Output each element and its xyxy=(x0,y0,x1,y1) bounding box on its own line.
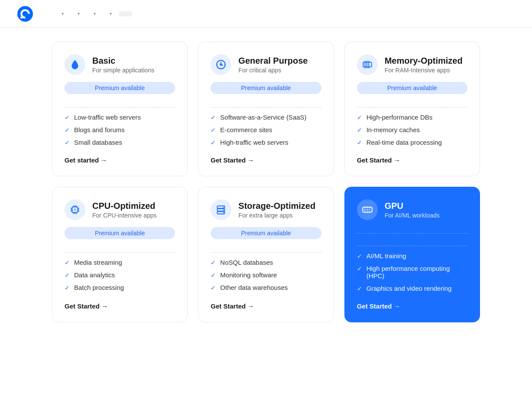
feature-text: Monitoring software xyxy=(220,271,277,279)
feature-text: Software-as-a-Service (SaaS) xyxy=(220,114,306,121)
check-icon: ✓ xyxy=(65,127,70,133)
feature-text: AI/ML training xyxy=(367,252,406,260)
check-icon: ✓ xyxy=(211,272,216,279)
card-header: CPU-Optimized For CPU-intensive apps xyxy=(65,199,175,220)
premium-badge: Premium available xyxy=(357,82,467,94)
logo-icon xyxy=(17,6,33,22)
feature-item: ✓ Small databases xyxy=(65,139,175,146)
get-started-link[interactable]: Get started → xyxy=(65,156,175,164)
feature-list: ✓ Software-as-a-Service (SaaS) ✓ E-comme… xyxy=(211,114,321,146)
card-header: GPU For AI/ML workloads xyxy=(357,199,467,220)
card-subtitle: For extra large apps xyxy=(238,212,315,219)
card-title: CPU-Optimized xyxy=(92,201,157,211)
feature-text: High-performance DBs xyxy=(367,114,433,121)
card-title: GPU xyxy=(385,201,440,211)
nav-pricing[interactable] xyxy=(119,11,133,16)
svg-rect-29 xyxy=(369,209,370,211)
chevron-icon: ▾ xyxy=(78,11,80,16)
check-icon: ✓ xyxy=(211,259,216,266)
get-started-link[interactable]: Get Started → xyxy=(357,156,467,164)
feature-item: ✓ Other data warehouses xyxy=(211,284,321,291)
feature-text: NoSQL databases xyxy=(220,259,273,266)
nav-solutions[interactable]: ▾ xyxy=(71,8,85,19)
features-divider xyxy=(357,107,467,107)
check-icon: ✓ xyxy=(211,284,216,291)
card-icon-gpu xyxy=(357,199,378,220)
feature-text: E-commerce sites xyxy=(220,126,272,133)
card-basic: Basic For simple applications Premium av… xyxy=(52,42,188,176)
feature-item: ✓ High-traffic web servers xyxy=(211,139,321,146)
svg-rect-8 xyxy=(363,62,372,67)
check-icon: ✓ xyxy=(65,272,70,279)
feature-text: Graphics and video rendering xyxy=(367,285,452,292)
check-icon: ✓ xyxy=(211,114,216,121)
card-subtitle: For RAM-Intensive apps xyxy=(385,67,463,74)
svg-point-0 xyxy=(17,6,33,22)
feature-item: ✓ High-performance DBs xyxy=(357,114,467,121)
card-gpu: GPU For AI/ML workloads ✓ AI/ML training… xyxy=(344,187,480,322)
nav-links: ▾ ▾ ▾ ▾ xyxy=(55,8,515,19)
features-divider xyxy=(211,252,321,253)
card-title: General Purpose xyxy=(238,56,308,66)
feature-list: ✓ AI/ML training ✓ High performance comp… xyxy=(357,252,467,292)
get-started-link[interactable]: Get Started → xyxy=(211,156,321,164)
card-subtitle: For critical apps xyxy=(238,67,308,74)
svg-rect-19 xyxy=(74,208,77,211)
card-header: Memory-Optimized For RAM-Intensive apps xyxy=(357,54,467,75)
card-header: Storage-Optimized For extra large apps xyxy=(211,199,321,220)
cards-grid: Basic For simple applications Premium av… xyxy=(52,42,480,322)
nav-partners[interactable]: ▾ xyxy=(103,8,117,19)
nav-products[interactable]: ▾ xyxy=(55,8,69,19)
card-title: Storage-Optimized xyxy=(238,201,315,211)
card-subtitle: For simple applications xyxy=(92,67,154,74)
section-divider xyxy=(357,233,467,234)
card-title-group: Storage-Optimized For extra large apps xyxy=(238,201,315,219)
svg-point-24 xyxy=(223,209,224,210)
chevron-icon: ▾ xyxy=(62,11,64,16)
feature-item: ✓ Graphics and video rendering xyxy=(357,285,467,292)
feature-list: ✓ Media streaming ✓ Data analytics ✓ Bat… xyxy=(65,259,175,292)
feature-text: Real-time data processing xyxy=(367,139,442,146)
check-icon: ✓ xyxy=(357,253,362,260)
check-icon: ✓ xyxy=(65,284,70,291)
svg-point-25 xyxy=(223,212,224,213)
svg-point-7 xyxy=(221,64,222,65)
feature-item: ✓ E-commerce sites xyxy=(211,126,321,133)
card-header: Basic For simple applications xyxy=(65,54,175,75)
nav-developers[interactable]: ▾ xyxy=(87,8,101,19)
card-icon-droplet xyxy=(65,54,85,75)
feature-item: ✓ Blogs and forums xyxy=(65,126,175,133)
svg-rect-28 xyxy=(366,209,367,211)
card-title: Basic xyxy=(92,56,154,66)
feature-item: ✓ AI/ML training xyxy=(357,252,467,260)
feature-text: Data analytics xyxy=(74,271,115,279)
feature-text: Other data warehouses xyxy=(220,284,288,291)
check-icon: ✓ xyxy=(357,265,362,272)
logo[interactable] xyxy=(17,6,37,22)
feature-text: Blogs and forums xyxy=(74,126,125,133)
feature-item: ✓ Batch processing xyxy=(65,284,175,291)
premium-badge: Premium available xyxy=(211,82,321,94)
get-started-link[interactable]: Get Started → xyxy=(65,302,175,310)
feature-text: High performance computing (HPC) xyxy=(367,265,467,279)
feature-item: ✓ Low-traffic web servers xyxy=(65,114,175,121)
features-divider xyxy=(65,252,175,253)
check-icon: ✓ xyxy=(211,127,216,133)
feature-list: ✓ NoSQL databases ✓ Monitoring software … xyxy=(211,259,321,292)
features-divider xyxy=(211,107,321,107)
premium-badge: Premium available xyxy=(65,227,175,239)
get-started-link[interactable]: Get Started → xyxy=(357,302,467,310)
card-title-group: GPU For AI/ML workloads xyxy=(385,201,440,219)
check-icon: ✓ xyxy=(357,114,362,121)
card-storage-optimized: Storage-Optimized For extra large apps P… xyxy=(198,187,334,322)
features-divider xyxy=(65,107,175,107)
premium-badge: Premium available xyxy=(65,82,175,94)
card-icon-cpu xyxy=(65,199,85,220)
get-started-link[interactable]: Get Started → xyxy=(211,302,321,310)
check-icon: ✓ xyxy=(65,139,70,146)
main-content: Basic For simple applications Premium av… xyxy=(0,28,532,336)
feature-item: ✓ In-memory caches xyxy=(357,126,467,133)
premium-badge: Premium available xyxy=(211,227,321,239)
card-subtitle: For AI/ML workloads xyxy=(385,212,440,219)
feature-item: ✓ NoSQL databases xyxy=(211,259,321,266)
